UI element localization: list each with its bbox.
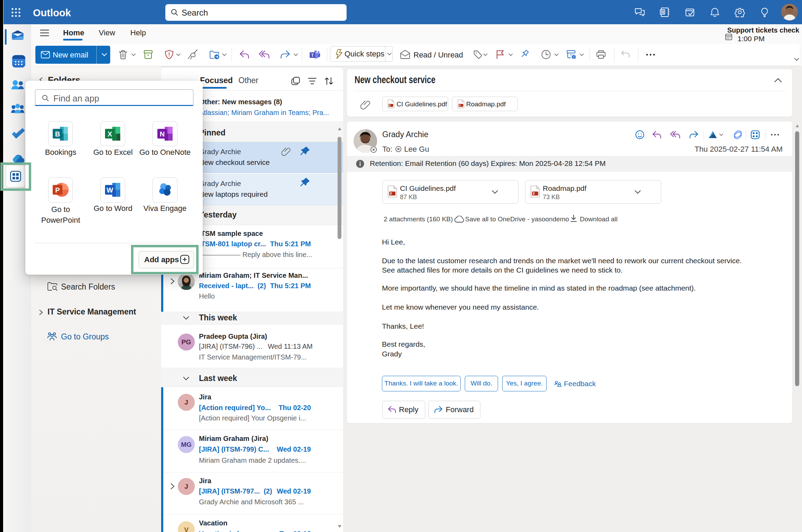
svg-text:P: P: [55, 186, 60, 194]
svg-text:B: B: [55, 130, 60, 138]
svg-text:W: W: [107, 186, 113, 194]
svg-text:N: N: [160, 130, 165, 138]
svg-text:T: T: [311, 53, 314, 58]
svg-text:N: N: [661, 10, 664, 15]
svg-text:X: X: [107, 130, 112, 138]
